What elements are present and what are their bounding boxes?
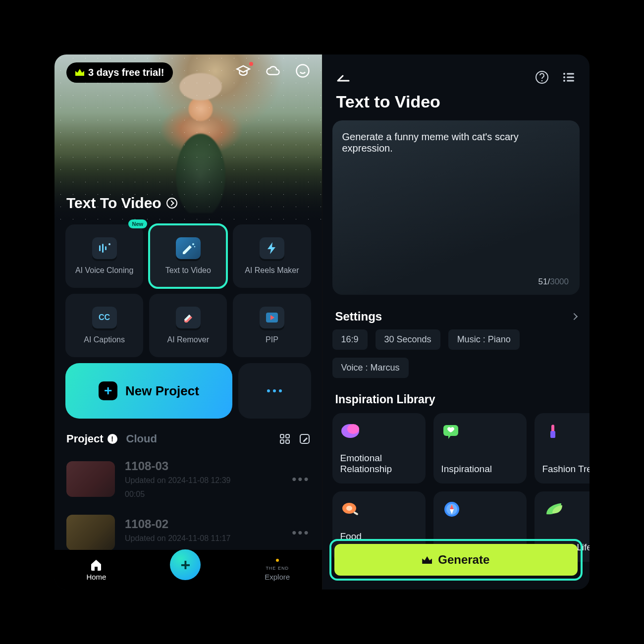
hero-banner[interactable]: 3 days free trial! [54,54,322,220]
svg-point-0 [296,65,309,77]
svg-rect-1 [99,245,101,251]
profile-icon[interactable] [295,63,310,78]
chip-aspect-ratio[interactable]: 16:9 [332,329,368,350]
svg-rect-11 [286,440,289,443]
lightning-icon [260,237,284,259]
prompt-input[interactable]: Generate a funny meme with cat's scary e… [332,120,580,295]
inspiration-title: Inspiration Library [322,378,590,413]
page-title: Text to Video [322,89,590,120]
cloud-icon[interactable] [266,63,280,78]
tool-ai-remover[interactable]: AI Remover [149,294,227,357]
nav-home[interactable]: Home [86,559,106,581]
trial-label: 3 days free trial! [88,67,164,78]
help-icon[interactable] [535,70,549,84]
settings-row[interactable]: Settings [322,295,590,329]
more-tools-button[interactable] [238,363,311,419]
svg-rect-24 [550,431,555,438]
new-badge: New [128,219,148,228]
crown-icon [422,553,432,567]
svg-rect-20 [567,80,574,82]
svg-point-22 [347,424,359,434]
svg-rect-12 [300,434,309,443]
char-count: 51/3000 [538,277,569,287]
svg-rect-3 [105,246,107,250]
back-icon[interactable] [336,72,351,82]
tab-project[interactable]: Project ! [66,432,117,445]
tool-grid: AI Voice Cloning New Text to Video AI [54,220,322,357]
eraser-icon [176,307,201,328]
tab-cloud[interactable]: Cloud [126,432,157,445]
nav-create-button[interactable]: + [170,549,201,580]
svg-point-6 [194,246,195,247]
home-screen: 3 days free trial! [54,54,322,590]
bottom-nav: Home + THE END Explore [54,550,322,590]
info-icon: ! [107,434,117,444]
svg-rect-9 [286,434,289,438]
svg-point-5 [192,243,194,245]
chip-duration[interactable]: 30 Seconds [376,329,440,350]
project-more-icon[interactable]: ••• [292,525,310,540]
tool-pip[interactable]: PIP [233,294,311,357]
inspiration-card[interactable]: Emotional Relationship [332,413,426,483]
project-thumbnail [66,515,115,550]
heart-bubble-icon [340,422,361,440]
nav-explore[interactable]: THE END Explore [265,559,290,581]
text-to-video-screen: Text to Video Generate a funny meme with… [322,54,590,590]
chat-heart-icon [441,422,462,440]
svg-point-26 [346,506,352,511]
svg-point-19 [563,80,565,82]
new-project-button[interactable]: + New Project [65,363,232,419]
svg-rect-16 [567,73,574,75]
svg-point-4 [108,243,110,245]
svg-point-14 [541,80,543,82]
svg-rect-18 [567,77,574,78]
inspiration-card[interactable]: Inspirational [433,413,527,483]
tool-ai-reels-maker[interactable]: AI Reels Maker [233,224,311,288]
chevron-right-icon [571,313,578,320]
lipstick-icon [542,422,563,440]
project-more-icon[interactable]: ••• [292,472,310,487]
generate-button-highlight: Generate [329,539,583,581]
pencil-video-icon [176,237,201,259]
inspiration-row-1: Emotional Relationship Inspirational Fas… [322,413,590,483]
plus-icon: + [99,381,117,400]
settings-chips: 16:9 30 Seconds Music : Piano Voice : Ma… [322,329,590,378]
meat-icon [340,500,361,518]
free-trial-pill[interactable]: 3 days free trial! [66,62,173,83]
cc-icon: CC [92,307,117,328]
svg-rect-2 [102,244,104,253]
svg-rect-8 [280,434,284,438]
project-item[interactable]: 1108-03 Updated on 2024-11-08 12:39 00:0… [66,454,310,510]
play-icon [260,307,284,328]
svg-rect-10 [280,440,284,443]
crown-icon [75,67,84,78]
leaf-icon [542,500,563,518]
compass-icon [441,500,462,518]
project-list: 1108-03 Updated on 2024-11-08 12:39 00:0… [54,450,322,561]
chip-voice[interactable]: Voice : Marcus [332,358,409,378]
generate-button[interactable]: Generate [334,544,578,576]
tool-ai-captions[interactable]: CC AI Captions [65,294,143,357]
notification-dot [249,62,253,66]
chevron-right-icon [166,198,177,209]
chip-music[interactable]: Music : Piano [448,329,520,350]
edit-list-icon[interactable] [299,433,310,444]
svg-rect-27 [353,511,359,515]
project-thumbnail [66,461,115,497]
menu-list-icon[interactable] [562,70,576,84]
grid-view-icon[interactable] [279,433,290,444]
hero-title[interactable]: Text To Video [66,195,177,212]
inspiration-card[interactable]: Fashion Trend [535,413,590,483]
svg-point-17 [563,76,565,78]
notification-dot [276,559,279,562]
svg-point-15 [563,73,565,75]
tool-ai-voice-cloning[interactable]: AI Voice Cloning New [65,224,143,288]
waveform-icon [92,237,117,259]
academy-icon[interactable] [236,63,251,78]
tool-text-to-video[interactable]: Text to Video [149,224,227,288]
